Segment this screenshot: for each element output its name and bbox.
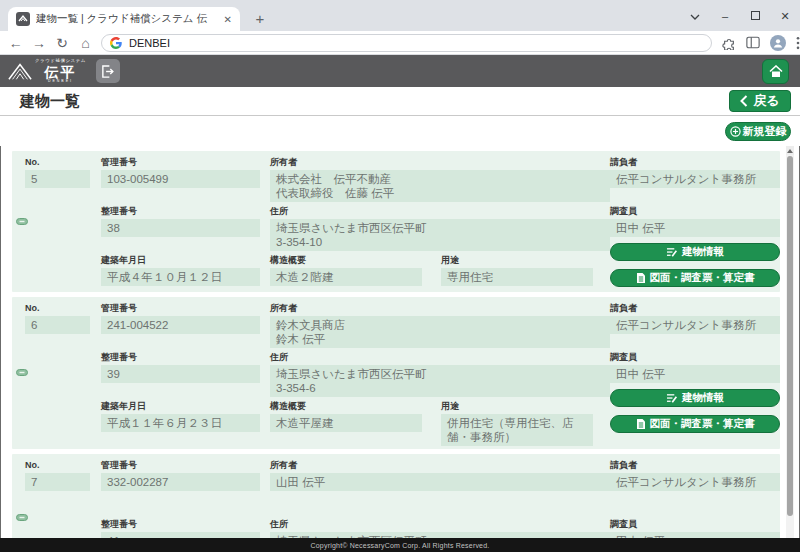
back-button[interactable]: 戻る [729, 90, 791, 112]
field-contractor: 伝平コンサルタント事務所 [610, 473, 780, 491]
field-label-address: 住所 [270, 519, 610, 530]
page-footer: Copyright© NecessaryCom Corp. All Rights… [0, 538, 800, 552]
field-label-seiri: 整理番号 [101, 519, 260, 530]
browser-window: 建物一覧 | クラウド補償システム 伝 ✕ + – ✕ ← → ↻ ⌂ DENB… [0, 0, 800, 552]
building-info-button[interactable]: 建物情報 [610, 243, 780, 261]
field-label-usage: 用途 [441, 255, 593, 266]
field-no: 7 [25, 473, 90, 491]
field-label-address: 住所 [270, 352, 610, 363]
field-label-usage: 用途 [441, 401, 593, 412]
list-pencil-icon [666, 247, 678, 258]
field-label-no: No. [25, 157, 90, 168]
field-label-built: 建築年月日 [101, 255, 260, 266]
link-icon [16, 514, 28, 521]
browser-menu-dots-icon[interactable] [796, 36, 800, 50]
field-no: 5 [25, 170, 90, 188]
field-label-structure: 構造概要 [270, 255, 422, 266]
new-tab-button[interactable]: + [250, 9, 270, 29]
documents-label: 図面・調査票・算定書 [650, 271, 755, 285]
field-seiri: 38 [101, 219, 260, 237]
field-label-surveyor: 調査員 [610, 206, 780, 217]
field-no: 6 [25, 316, 90, 334]
list-pencil-icon [666, 393, 678, 404]
scrollbar[interactable] [786, 146, 794, 538]
side-panel-icon[interactable] [746, 36, 760, 49]
field-label-address: 住所 [270, 206, 610, 217]
field-label-kanri: 管理番号 [101, 460, 260, 471]
link-icon [16, 218, 28, 225]
chevron-left-icon [740, 95, 748, 107]
field-built: 平成４年１０月１２日 [101, 268, 260, 286]
google-logo-icon [110, 37, 122, 49]
browser-tab[interactable]: 建物一覧 | クラウド補償システム 伝 ✕ [8, 7, 240, 31]
field-label-owner: 所有者 [270, 460, 610, 471]
chevron-down-icon[interactable] [688, 9, 702, 23]
field-kanri: 241-004522 [101, 316, 260, 334]
field-structure: 木造平屋建 [270, 414, 422, 432]
field-label-no: No. [25, 460, 90, 471]
field-label-built: 建築年月日 [101, 401, 260, 412]
field-usage: 併用住宅（専用住宅、店舗・事務所） [441, 414, 593, 446]
field-kanri: 103-005499 [101, 170, 260, 188]
document-icon [636, 418, 646, 430]
building-record-card: No.7 管理番号332-002287 所有者山田 伝平 請負者伝平コンサルタン… [12, 454, 780, 538]
logout-button[interactable] [96, 59, 120, 83]
copyright-text: Copyright© NecessaryCom Corp. All Rights… [311, 542, 490, 549]
field-label-kanri: 管理番号 [101, 303, 260, 314]
building-record-card: No.6 管理番号241-004522 所有者鈴木文具商店 鈴木 伝平 請負者伝… [12, 297, 780, 449]
new-registration-button[interactable]: 新規登録 [725, 122, 791, 141]
window-controls: – ✕ [688, 0, 792, 31]
home-nav-icon[interactable]: ⌂ [74, 32, 97, 54]
page-title: 建物一覧 [20, 92, 80, 111]
minimize-button[interactable]: – [718, 9, 732, 23]
address-text: DENBEI [129, 37, 170, 49]
maximize-button[interactable] [748, 9, 762, 23]
site-favicon-icon [16, 12, 30, 26]
close-window-button[interactable]: ✕ [778, 9, 792, 23]
profile-avatar[interactable] [770, 35, 786, 51]
page-header: 建物一覧 戻る [0, 87, 800, 116]
building-info-label: 建物情報 [682, 391, 724, 405]
logo-app-name: 伝平 [44, 65, 76, 79]
back-button-label: 戻る [753, 92, 779, 110]
building-record-list: No.5 管理番号103-005499 所有者株式会社 伝平不動産 代表取締役 … [12, 146, 780, 538]
building-info-label: 建物情報 [682, 245, 724, 259]
browser-toolbar: ← → ↻ ⌂ DENBEI [0, 31, 800, 55]
documents-label: 図面・調査票・算定書 [650, 417, 755, 431]
scrollbar-up-arrow[interactable] [786, 146, 794, 155]
roof-logo-icon [8, 61, 32, 81]
forward-nav-icon[interactable]: → [27, 32, 50, 54]
toolbar-right-icons [722, 35, 800, 51]
browser-titlebar: 建物一覧 | クラウド補償システム 伝 ✕ + – ✕ [0, 0, 800, 31]
tab-close-icon[interactable]: ✕ [222, 14, 234, 25]
scrollbar-thumb[interactable] [787, 156, 793, 516]
field-address: 埼玉県さいたま市西区伝平町 3-354-6 [270, 365, 610, 397]
back-nav-icon[interactable]: ← [4, 32, 27, 54]
document-icon [636, 272, 646, 284]
address-bar[interactable]: DENBEI [101, 34, 712, 52]
field-label-owner: 所有者 [270, 303, 610, 314]
tab-title: 建物一覧 | クラウド補償システム 伝 [36, 12, 216, 26]
building-record-card: No.5 管理番号103-005499 所有者株式会社 伝平不動産 代表取締役 … [12, 151, 780, 292]
field-label-kanri: 管理番号 [101, 157, 260, 168]
field-contractor: 伝平コンサルタント事務所 [610, 170, 780, 188]
field-usage: 専用住宅 [441, 268, 593, 286]
field-surveyor: 田中 伝平 [610, 365, 780, 383]
field-label-seiri: 整理番号 [101, 206, 260, 217]
home-button[interactable] [762, 59, 789, 84]
field-owner: 山田 伝平 [270, 473, 610, 491]
app-header: クラウド補償システム 伝平 DENBEI [0, 55, 800, 87]
documents-button[interactable]: 図面・調査票・算定書 [610, 269, 780, 287]
actions-bar: 新規登録 [0, 116, 800, 146]
building-info-button[interactable]: 建物情報 [610, 389, 780, 407]
extensions-puzzle-icon[interactable] [722, 36, 736, 50]
link-icon [16, 369, 28, 376]
field-contractor: 伝平コンサルタント事務所 [610, 316, 780, 334]
logout-exit-icon [101, 65, 114, 78]
field-label-surveyor: 調査員 [610, 519, 780, 530]
field-label-contractor: 請負者 [610, 460, 780, 471]
reload-icon[interactable]: ↻ [51, 32, 74, 54]
house-icon [769, 65, 783, 78]
documents-button[interactable]: 図面・調査票・算定書 [610, 415, 780, 433]
field-owner: 株式会社 伝平不動産 代表取締役 佐藤 伝平 [270, 170, 610, 202]
